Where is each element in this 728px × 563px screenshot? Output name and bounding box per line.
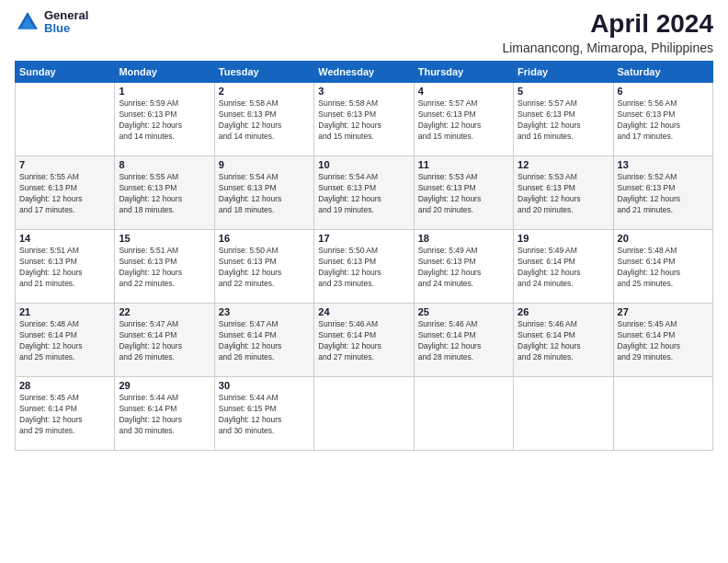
day-number: 29 — [119, 380, 210, 391]
day-cell: 6Sunrise: 5:56 AM Sunset: 6:13 PM Daylig… — [613, 83, 712, 156]
day-number: 10 — [318, 159, 409, 170]
day-number: 18 — [418, 233, 509, 244]
day-cell: 5Sunrise: 5:57 AM Sunset: 6:13 PM Daylig… — [514, 83, 613, 156]
day-number: 11 — [418, 159, 509, 170]
header-cell-friday: Friday — [514, 62, 613, 83]
day-number: 14 — [19, 233, 110, 244]
day-cell: 20Sunrise: 5:48 AM Sunset: 6:14 PM Dayli… — [613, 230, 712, 304]
calendar-header: SundayMondayTuesdayWednesdayThursdayFrid… — [16, 62, 713, 83]
day-number: 19 — [518, 233, 609, 244]
day-number: 12 — [518, 159, 609, 170]
day-number: 23 — [219, 306, 310, 317]
header-cell-saturday: Saturday — [613, 62, 712, 83]
day-info: Sunrise: 5:54 AM Sunset: 6:13 PM Dayligh… — [219, 172, 310, 216]
day-cell: 16Sunrise: 5:50 AM Sunset: 6:13 PM Dayli… — [214, 230, 313, 304]
day-info: Sunrise: 5:44 AM Sunset: 6:15 PM Dayligh… — [219, 393, 310, 437]
day-cell: 26Sunrise: 5:46 AM Sunset: 6:14 PM Dayli… — [514, 304, 613, 377]
week-row-1: 7Sunrise: 5:55 AM Sunset: 6:13 PM Daylig… — [16, 156, 713, 230]
day-info: Sunrise: 5:50 AM Sunset: 6:13 PM Dayligh… — [318, 246, 409, 290]
day-number: 15 — [119, 233, 210, 244]
day-number: 2 — [219, 86, 310, 97]
day-cell: 3Sunrise: 5:58 AM Sunset: 6:13 PM Daylig… — [314, 83, 414, 156]
day-info: Sunrise: 5:57 AM Sunset: 6:13 PM Dayligh… — [418, 98, 509, 143]
logo: General Blue — [15, 9, 88, 36]
day-cell: 28Sunrise: 5:45 AM Sunset: 6:14 PM Dayli… — [16, 377, 115, 451]
day-cell: 22Sunrise: 5:47 AM Sunset: 6:14 PM Dayli… — [115, 304, 214, 377]
day-cell: 14Sunrise: 5:51 AM Sunset: 6:13 PM Dayli… — [16, 230, 115, 304]
day-number: 25 — [418, 306, 509, 317]
day-info: Sunrise: 5:52 AM Sunset: 6:13 PM Dayligh… — [618, 172, 709, 216]
day-cell: 9Sunrise: 5:54 AM Sunset: 6:13 PM Daylig… — [214, 156, 313, 230]
logo-blue-text: Blue — [44, 22, 88, 35]
day-info: Sunrise: 5:45 AM Sunset: 6:14 PM Dayligh… — [19, 393, 110, 437]
day-cell: 19Sunrise: 5:49 AM Sunset: 6:14 PM Dayli… — [514, 230, 613, 304]
day-number: 4 — [418, 86, 509, 97]
header-cell-sunday: Sunday — [16, 62, 115, 83]
day-info: Sunrise: 5:58 AM Sunset: 6:13 PM Dayligh… — [219, 98, 310, 143]
calendar-body: 1Sunrise: 5:59 AM Sunset: 6:13 PM Daylig… — [16, 83, 713, 451]
day-number: 8 — [119, 159, 210, 170]
header-cell-wednesday: Wednesday — [314, 62, 414, 83]
week-row-2: 14Sunrise: 5:51 AM Sunset: 6:13 PM Dayli… — [16, 230, 713, 304]
day-cell: 30Sunrise: 5:44 AM Sunset: 6:15 PM Dayli… — [214, 377, 313, 451]
day-number: 21 — [19, 306, 110, 317]
day-info: Sunrise: 5:46 AM Sunset: 6:14 PM Dayligh… — [518, 319, 609, 363]
day-cell: 1Sunrise: 5:59 AM Sunset: 6:13 PM Daylig… — [115, 83, 214, 156]
day-cell — [16, 83, 115, 156]
day-info: Sunrise: 5:50 AM Sunset: 6:13 PM Dayligh… — [219, 246, 310, 290]
day-number: 27 — [618, 306, 709, 317]
day-info: Sunrise: 5:54 AM Sunset: 6:13 PM Dayligh… — [318, 172, 409, 216]
day-cell: 17Sunrise: 5:50 AM Sunset: 6:13 PM Dayli… — [314, 230, 414, 304]
day-number: 5 — [518, 86, 609, 97]
day-number: 24 — [318, 306, 409, 317]
day-info: Sunrise: 5:55 AM Sunset: 6:13 PM Dayligh… — [119, 172, 210, 216]
day-cell: 11Sunrise: 5:53 AM Sunset: 6:13 PM Dayli… — [414, 156, 513, 230]
logo-general-text: General — [44, 9, 88, 22]
day-cell: 10Sunrise: 5:54 AM Sunset: 6:13 PM Dayli… — [314, 156, 414, 230]
main-title: April 2024 — [502, 9, 713, 39]
header-row: SundayMondayTuesdayWednesdayThursdayFrid… — [16, 62, 713, 83]
day-number: 13 — [618, 159, 709, 170]
week-row-0: 1Sunrise: 5:59 AM Sunset: 6:13 PM Daylig… — [16, 83, 713, 156]
day-cell: 12Sunrise: 5:53 AM Sunset: 6:13 PM Dayli… — [514, 156, 613, 230]
day-cell: 27Sunrise: 5:45 AM Sunset: 6:14 PM Dayli… — [613, 304, 712, 377]
day-cell: 4Sunrise: 5:57 AM Sunset: 6:13 PM Daylig… — [414, 83, 513, 156]
day-info: Sunrise: 5:57 AM Sunset: 6:13 PM Dayligh… — [518, 98, 609, 143]
day-cell — [514, 377, 613, 451]
day-info: Sunrise: 5:51 AM Sunset: 6:13 PM Dayligh… — [19, 246, 110, 290]
day-info: Sunrise: 5:47 AM Sunset: 6:14 PM Dayligh… — [219, 319, 310, 363]
day-number: 26 — [518, 306, 609, 317]
day-cell — [414, 377, 513, 451]
subtitle: Limanancong, Mimaropa, Philippines — [502, 40, 713, 55]
day-cell: 18Sunrise: 5:49 AM Sunset: 6:13 PM Dayli… — [414, 230, 513, 304]
day-info: Sunrise: 5:51 AM Sunset: 6:13 PM Dayligh… — [119, 246, 210, 290]
day-number: 28 — [19, 380, 110, 391]
day-info: Sunrise: 5:49 AM Sunset: 6:14 PM Dayligh… — [518, 246, 609, 290]
header: General Blue April 2024 Limanancong, Mim… — [15, 9, 713, 55]
day-info: Sunrise: 5:53 AM Sunset: 6:13 PM Dayligh… — [418, 172, 509, 216]
day-cell: 7Sunrise: 5:55 AM Sunset: 6:13 PM Daylig… — [16, 156, 115, 230]
day-info: Sunrise: 5:49 AM Sunset: 6:13 PM Dayligh… — [418, 246, 509, 290]
logo-icon — [15, 9, 40, 35]
day-cell: 23Sunrise: 5:47 AM Sunset: 6:14 PM Dayli… — [214, 304, 313, 377]
day-cell — [613, 377, 712, 451]
day-info: Sunrise: 5:45 AM Sunset: 6:14 PM Dayligh… — [618, 319, 709, 363]
day-info: Sunrise: 5:47 AM Sunset: 6:14 PM Dayligh… — [119, 319, 210, 363]
header-cell-thursday: Thursday — [414, 62, 513, 83]
day-cell: 25Sunrise: 5:46 AM Sunset: 6:14 PM Dayli… — [414, 304, 513, 377]
day-info: Sunrise: 5:56 AM Sunset: 6:13 PM Dayligh… — [618, 98, 709, 143]
day-cell: 13Sunrise: 5:52 AM Sunset: 6:13 PM Dayli… — [613, 156, 712, 230]
day-number: 17 — [318, 233, 409, 244]
day-cell — [314, 377, 414, 451]
logo-text: General Blue — [44, 9, 88, 36]
day-cell: 2Sunrise: 5:58 AM Sunset: 6:13 PM Daylig… — [214, 83, 313, 156]
day-cell: 21Sunrise: 5:48 AM Sunset: 6:14 PM Dayli… — [16, 304, 115, 377]
page: General Blue April 2024 Limanancong, Mim… — [0, 0, 728, 563]
week-row-3: 21Sunrise: 5:48 AM Sunset: 6:14 PM Dayli… — [16, 304, 713, 377]
day-number: 6 — [618, 86, 709, 97]
day-number: 30 — [219, 380, 310, 391]
day-number: 7 — [19, 159, 110, 170]
day-info: Sunrise: 5:48 AM Sunset: 6:14 PM Dayligh… — [19, 319, 110, 363]
day-number: 1 — [119, 86, 210, 97]
header-cell-monday: Monday — [115, 62, 214, 83]
